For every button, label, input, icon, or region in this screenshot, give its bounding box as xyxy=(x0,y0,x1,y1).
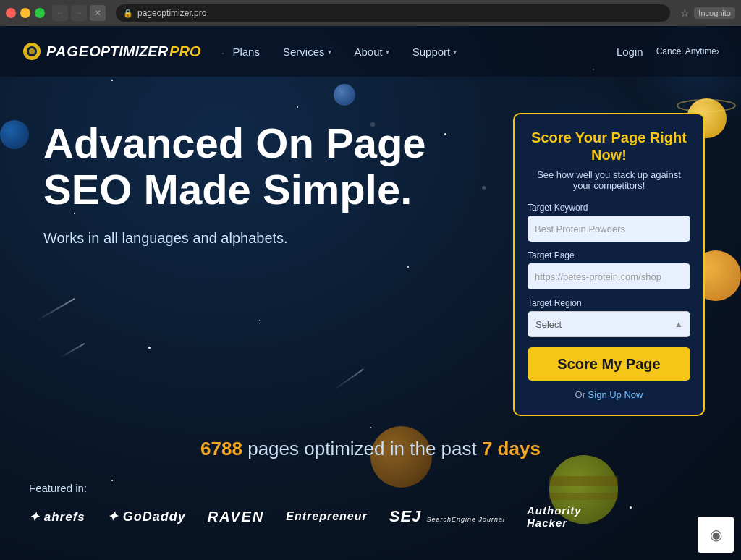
lock-icon: 🔒 xyxy=(123,9,133,18)
plans-label: Plans xyxy=(232,46,260,58)
stats-count: 6788 xyxy=(200,438,242,459)
navbar: PAGE OPTIMIZER PRO Plans Services ▾ Abou… xyxy=(0,26,741,77)
nav-about[interactable]: About ▾ xyxy=(344,40,399,64)
chevron-down-icon: ▾ xyxy=(328,48,331,56)
stats-bar: 6788 pages optimized in the past 7 days xyxy=(0,416,741,475)
brand-logos: ✦ ahrefs ✦ GoDaddy RAVEN Entrepreneur SE… xyxy=(29,504,712,529)
incognito-badge: Incognito xyxy=(694,7,735,19)
chevron-down-icon: ▾ xyxy=(453,48,457,56)
browser-close-button[interactable] xyxy=(6,8,16,18)
login-link[interactable]: Login xyxy=(606,40,653,64)
page-label: Target Page xyxy=(528,250,690,260)
logo-page-text: PAGE xyxy=(46,43,89,60)
privacy-badge[interactable]: ◉ xyxy=(698,517,734,553)
about-label: About xyxy=(355,46,383,58)
bookmark-icon[interactable]: ☆ xyxy=(680,7,690,19)
logo[interactable]: PAGE OPTIMIZER PRO xyxy=(22,41,200,61)
back-button[interactable]: ← xyxy=(52,5,68,21)
svg-point-3 xyxy=(29,48,35,54)
brand-sej: SEJ SearchEngine Journal xyxy=(389,507,505,526)
brand-authority-hacker: AuthorityHacker xyxy=(527,504,582,529)
hero-section: Advanced On Page SEO Made Simple. Works … xyxy=(43,113,499,416)
logo-optimizer-text: OPTIMIZER xyxy=(89,43,168,60)
hero-subtext: Works in all languages and alphabets. xyxy=(43,230,499,247)
browser-maximize-button[interactable] xyxy=(35,8,45,18)
region-label: Target Region xyxy=(528,298,690,308)
region-select[interactable]: Select xyxy=(528,311,690,337)
chevron-down-icon: ▾ xyxy=(386,48,389,56)
services-label: Services xyxy=(283,46,325,58)
website: PAGE OPTIMIZER PRO Plans Services ▾ Abou… xyxy=(0,26,741,560)
stats-mid-text: pages optimized in the past xyxy=(247,438,482,459)
hero-heading: Advanced On Page SEO Made Simple. xyxy=(43,120,499,213)
card-subtitle: See how well you stack up against your c… xyxy=(528,169,690,191)
logo-icon xyxy=(22,41,42,61)
nav-support[interactable]: Support ▾ xyxy=(402,40,467,64)
nav-plans[interactable]: Plans xyxy=(222,40,270,64)
browser-navigation: ← → ✕ xyxy=(52,5,106,21)
main-content: Advanced On Page SEO Made Simple. Works … xyxy=(0,77,741,416)
brand-ahrefs: ✦ ahrefs xyxy=(29,509,85,525)
recaptcha-icon: ◉ xyxy=(710,526,722,543)
browser-actions: ☆ Incognito xyxy=(680,7,735,19)
url-text: pageoptimizer.pro xyxy=(137,8,206,18)
nav-links: Plans Services ▾ About ▾ Support ▾ xyxy=(222,40,598,64)
region-select-wrap: Select ▲ xyxy=(528,311,690,337)
card-title: Score Your Page Right Now! xyxy=(528,129,690,164)
brand-raven: RAVEN xyxy=(208,509,265,525)
score-my-page-button[interactable]: Score My Page xyxy=(528,347,690,381)
address-bar[interactable]: 🔒 pageoptimizer.pro xyxy=(116,4,670,22)
footer-text: Or xyxy=(575,389,588,400)
keyword-label: Target Keyword xyxy=(528,203,690,213)
reload-button[interactable]: ✕ xyxy=(90,5,106,21)
featured-label: Featured in: xyxy=(29,482,712,494)
page-input[interactable] xyxy=(528,263,690,289)
browser-chrome: ← → ✕ 🔒 pageoptimizer.pro ☆ Incognito xyxy=(0,0,741,26)
stats-days: 7 days xyxy=(482,438,541,459)
logo-pro-text: PRO xyxy=(169,43,200,60)
keyword-input[interactable] xyxy=(528,216,690,242)
card-footer: Or Sign Up Now xyxy=(528,389,690,400)
browser-minimize-button[interactable] xyxy=(20,8,30,18)
cancel-anytime-label: Cancel Anytime› xyxy=(656,46,719,56)
nav-services[interactable]: Services ▾ xyxy=(273,40,342,64)
support-label: Support xyxy=(412,46,451,58)
brand-godaddy: ✦ GoDaddy xyxy=(107,509,186,525)
forward-button[interactable]: → xyxy=(71,5,87,21)
brand-entrepreneur: Entrepreneur xyxy=(286,510,367,523)
featured-section: Featured in: ✦ ahrefs ✦ GoDaddy RAVEN En… xyxy=(0,475,741,529)
signup-link[interactable]: Sign Up Now xyxy=(588,389,643,400)
score-card: Score Your Page Right Now! See how well … xyxy=(513,113,705,416)
